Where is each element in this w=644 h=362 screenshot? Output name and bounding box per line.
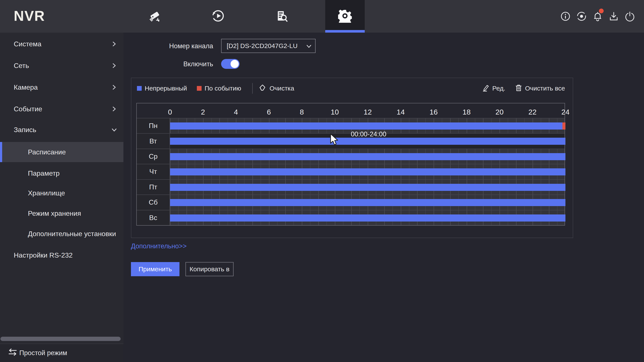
- day-label: Сб: [137, 195, 170, 210]
- legend-event-label: По событию: [204, 85, 241, 92]
- sidebar-item-label: Запись: [14, 126, 36, 134]
- enable-label: Включить: [131, 60, 213, 68]
- hour-tick-label: 2: [201, 108, 205, 116]
- sidebar-item-label: Параметр: [28, 169, 60, 177]
- continuous-bar[interactable]: [170, 122, 562, 129]
- continuous-bar[interactable]: [170, 168, 566, 175]
- sidebar-item-storage[interactable]: Хранилище: [0, 183, 124, 203]
- camera-icon: [148, 9, 162, 23]
- hour-tick-label: 18: [462, 108, 471, 116]
- apply-button[interactable]: Применить: [131, 262, 180, 276]
- sidebar-item-label: Сеть: [14, 62, 29, 70]
- hour-tick-label: 22: [528, 108, 537, 116]
- sidebar-item-record[interactable]: Запись: [0, 120, 124, 140]
- sidebar-item-label: Режим хранения: [28, 210, 81, 217]
- swap-mode-icon: [2, 349, 17, 358]
- mouse-cursor: [330, 133, 341, 148]
- more-link[interactable]: Дополнительно>>: [131, 242, 186, 250]
- record-icon[interactable]: [576, 11, 587, 21]
- legend: Непрерывный По событию Очистка: [137, 84, 304, 93]
- edit-pencil-icon[interactable]: [482, 84, 492, 93]
- sidebar-item-advanced-settings[interactable]: Дополнительные установки: [0, 224, 124, 244]
- hour-tick-label: 16: [430, 108, 438, 116]
- day-label: Пт: [137, 180, 170, 195]
- day-label: Вт: [137, 134, 170, 148]
- clear-all-button[interactable]: Очистить все: [525, 85, 565, 92]
- legend-divider: [252, 83, 253, 94]
- tab-live-view[interactable]: [135, 0, 174, 32]
- day-band[interactable]: [170, 164, 564, 179]
- day-band[interactable]: [170, 180, 564, 195]
- sidebar: Система Сеть Камера Событие Запись Распи…: [0, 32, 124, 362]
- alarm-bell-icon[interactable]: [592, 11, 603, 21]
- legend-continuous-label: Непрерывный: [145, 85, 187, 92]
- sidebar-item-network[interactable]: Сеть: [0, 55, 124, 76]
- hour-tick-label: 10: [331, 108, 339, 116]
- continuous-bar[interactable]: [170, 214, 566, 222]
- sidebar-item-system[interactable]: Система: [0, 34, 124, 54]
- sidebar-item-rs232[interactable]: Настройки RS-232: [0, 245, 124, 265]
- copy-to-button[interactable]: Копировать в: [186, 262, 234, 276]
- sidebar-item-event[interactable]: Событие: [0, 99, 124, 119]
- enable-toggle[interactable]: [221, 59, 240, 69]
- continuous-bar[interactable]: [170, 199, 566, 206]
- eraser-icon[interactable]: [258, 84, 270, 93]
- day-band[interactable]: [170, 210, 564, 225]
- log-search-icon: [275, 9, 288, 23]
- sidebar-item-label: Дополнительные установки: [28, 230, 116, 238]
- sidebar-item-label: Настройки RS-232: [14, 251, 72, 259]
- legend-event-swatch: [197, 86, 202, 91]
- schedule-row-sunday[interactable]: Вс: [137, 210, 564, 225]
- download-icon[interactable]: [608, 11, 619, 21]
- sidebar-item-camera[interactable]: Камера: [0, 77, 124, 97]
- legend-continuous-swatch: [137, 86, 142, 91]
- day-label: Ср: [137, 149, 170, 164]
- schedule-tooltip: 00:00-24:00: [351, 130, 386, 138]
- nvr-settings-screen: NVR: [0, 0, 644, 362]
- chevron-down-icon: [111, 126, 118, 133]
- hour-tick-label: 20: [496, 108, 504, 116]
- day-label: Вс: [137, 210, 170, 225]
- info-icon[interactable]: [560, 11, 570, 21]
- schedule-row-saturday[interactable]: Сб: [137, 195, 564, 210]
- tab-settings[interactable]: [325, 0, 365, 32]
- trash-icon[interactable]: [515, 84, 525, 93]
- schedule-grid[interactable]: 0 2 4 6 8 10 12 14 16 18 20 22 24 Пн: [136, 103, 565, 226]
- tab-log-search[interactable]: [262, 0, 302, 32]
- chevron-right-icon: [111, 106, 118, 112]
- schedule-row-thursday[interactable]: Чт: [137, 164, 564, 179]
- chevron-right-icon: [111, 41, 118, 47]
- continuous-bar[interactable]: [170, 153, 566, 160]
- sidebar-item-label: Событие: [14, 105, 42, 113]
- sidebar-item-storage-mode[interactable]: Режим хранения: [0, 203, 124, 223]
- schedule-panel: Непрерывный По событию Очистка Ред.: [131, 78, 573, 238]
- channel-label: Номер канала: [131, 42, 213, 50]
- simple-mode-switch[interactable]: Простой режим: [0, 344, 124, 362]
- edit-button[interactable]: Ред.: [492, 85, 505, 92]
- sidebar-item-label: Хранилище: [28, 189, 65, 197]
- hour-tick-label: 14: [397, 108, 405, 116]
- channel-select[interactable]: [D2] DS-2CD2047G2-LU: [221, 39, 316, 53]
- sidebar-item-parameter[interactable]: Параметр: [0, 163, 124, 183]
- nvr-logo: NVR: [14, 8, 45, 24]
- event-bar[interactable]: [562, 122, 566, 129]
- continuous-bar[interactable]: [170, 138, 566, 145]
- eraser-label[interactable]: Очистка: [270, 85, 294, 92]
- sidebar-item-label: Камера: [14, 83, 38, 91]
- sidebar-scrollbar[interactable]: [0, 337, 121, 341]
- toggle-knob: [230, 60, 239, 68]
- settings-gear-icon: [338, 9, 352, 23]
- day-band[interactable]: [170, 195, 564, 210]
- sidebar-item-label: Система: [14, 40, 42, 48]
- day-band[interactable]: [170, 149, 564, 164]
- hour-tick-label: 0: [168, 108, 172, 116]
- schedule-tools: Ред. Очистить все: [482, 84, 565, 93]
- schedule-row-friday[interactable]: Пт: [137, 179, 564, 195]
- channel-select-value: [D2] DS-2CD2047G2-LU: [227, 42, 298, 49]
- sidebar-item-label: Расписание: [28, 148, 66, 156]
- schedule-row-wednesday[interactable]: Ср: [137, 149, 564, 164]
- tab-playback[interactable]: [198, 0, 238, 32]
- continuous-bar[interactable]: [170, 184, 566, 191]
- sidebar-item-schedule[interactable]: Расписание: [0, 142, 124, 162]
- power-icon[interactable]: [625, 11, 635, 21]
